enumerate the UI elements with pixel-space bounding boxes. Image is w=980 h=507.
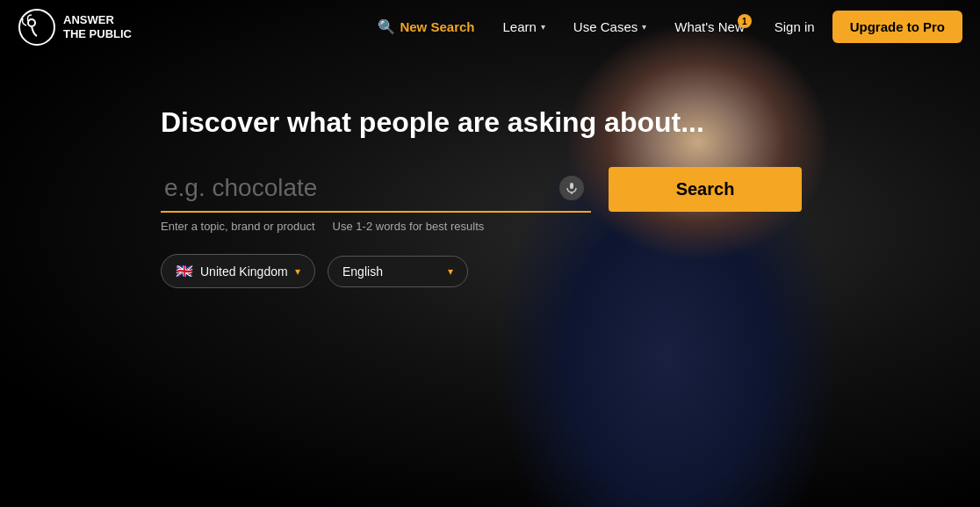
main-nav: ANSWER THE PUBLIC 🔍 New Search Learn ▾ U… [0, 0, 980, 54]
logo-icon [18, 8, 56, 47]
country-select[interactable]: United Kingdom United States Australia C… [200, 264, 288, 279]
search-area: Search [161, 165, 802, 213]
dropdowns-row: 🇬🇧 United Kingdom United States Australi… [161, 254, 980, 288]
logo[interactable]: ANSWER THE PUBLIC [18, 8, 132, 47]
hero-headline: Discover what people are asking about... [161, 106, 775, 139]
country-chevron-icon: ▾ [295, 265, 300, 278]
hint-words: Use 1-2 words for best results [333, 220, 485, 233]
svg-point-0 [19, 10, 54, 45]
use-cases-chevron-icon: ▾ [642, 22, 646, 32]
search-input-wrapper [161, 165, 591, 213]
search-hints: Enter a topic, brand or product Use 1-2 … [161, 220, 980, 233]
nav-links: 🔍 New Search Learn ▾ Use Cases ▾ What's … [365, 11, 962, 43]
main-content: Discover what people are asking about...… [0, 54, 980, 288]
whats-new-wrapper: What's New 1 [662, 12, 757, 41]
country-flag-icon: 🇬🇧 [176, 263, 193, 279]
learn-chevron-icon: ▾ [541, 22, 545, 32]
notification-badge: 1 [738, 14, 752, 28]
language-dropdown[interactable]: English German French Spanish Italian ▾ [328, 256, 468, 287]
search-nav-icon: 🔍 [378, 18, 395, 35]
search-button[interactable]: Search [609, 167, 802, 212]
language-chevron-icon: ▾ [448, 265, 453, 278]
logo-text: ANSWER THE PUBLIC [63, 13, 132, 40]
learn-nav-link[interactable]: Learn ▾ [490, 12, 557, 41]
search-input[interactable] [161, 165, 591, 211]
new-search-nav-link[interactable]: 🔍 New Search [365, 11, 486, 42]
sign-in-button[interactable]: Sign in [760, 12, 829, 41]
use-cases-nav-link[interactable]: Use Cases ▾ [561, 12, 659, 41]
hint-topic: Enter a topic, brand or product [161, 220, 315, 233]
svg-point-1 [28, 19, 35, 26]
language-select[interactable]: English German French Spanish Italian [342, 264, 441, 279]
mic-icon[interactable] [559, 176, 584, 200]
svg-rect-2 [570, 183, 573, 189]
upgrade-to-pro-button[interactable]: Upgrade to Pro [832, 11, 962, 43]
country-dropdown[interactable]: 🇬🇧 United Kingdom United States Australi… [161, 254, 315, 288]
